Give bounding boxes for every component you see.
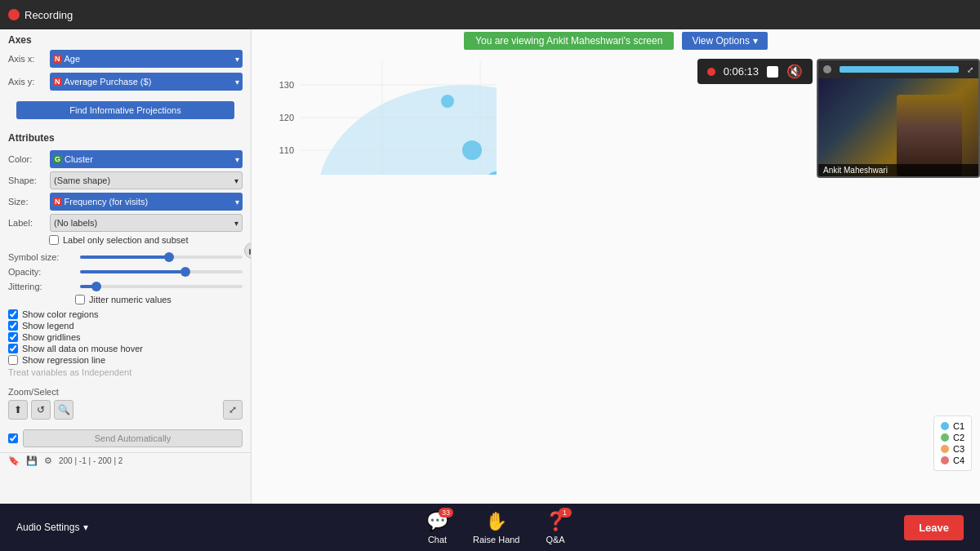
view-options-label: View Options xyxy=(692,35,749,47)
legend-label-c2: C2 xyxy=(953,433,964,442)
n-badge-size: N xyxy=(53,198,62,206)
treat-variables-label: Treat variables as Independent xyxy=(8,366,243,379)
opacity-row: Opacity: xyxy=(8,264,243,279)
main-area: Axes Axis x: N Age ▾ Axis y: N Average P… xyxy=(0,29,980,504)
search-tool-button[interactable]: 🔍 xyxy=(54,400,74,420)
axis-y-value: Average Purchase ($) xyxy=(65,77,152,87)
top-bar: Recording xyxy=(0,0,980,29)
zoom-tools: ⬆ ↺ 🔍 ⤢ xyxy=(8,400,243,420)
view-options-button[interactable]: View Options ▾ xyxy=(682,32,767,50)
show-gridlines-label: Show gridlines xyxy=(22,332,81,342)
show-all-data-checkbox[interactable] xyxy=(8,344,18,353)
raise-hand-icon: ✋ xyxy=(485,511,507,532)
expand-video-icon[interactable]: ⤢ xyxy=(967,65,973,74)
show-legend-label: Show legend xyxy=(22,321,74,331)
color-value: Cluster xyxy=(65,154,93,164)
color-row: Color: G Cluster ▾ xyxy=(8,149,243,170)
show-all-data-label: Show all data on mouse hover xyxy=(22,344,143,353)
find-projections-button[interactable]: Find Informative Projections xyxy=(16,101,234,119)
axis-x-select[interactable]: N Age ▾ xyxy=(50,50,243,68)
label-row: Label: (No labels) ▾ xyxy=(8,212,243,233)
svg-point-42 xyxy=(462,140,482,160)
recording-stop-button[interactable] xyxy=(767,66,778,78)
center-controls: 💬 33 Chat ✋ Raise Hand ❓ 1 Q&A xyxy=(426,511,566,544)
shape-select[interactable]: (Same shape) ▾ xyxy=(50,171,243,189)
size-value: Frequency (for visits) xyxy=(65,197,149,207)
legend-item-c3: C3 xyxy=(941,444,964,454)
svg-text:130: 130 xyxy=(279,80,294,90)
options-section: Show color regions Show legend Show grid… xyxy=(0,305,251,382)
label-select[interactable]: (No labels) ▾ xyxy=(50,214,243,232)
expand-tool-button[interactable]: ⤢ xyxy=(223,400,243,420)
status-icon-2: 💾 xyxy=(26,455,38,466)
jittering-label: Jittering: xyxy=(8,282,74,291)
label-only-row: Label only selection and subset xyxy=(8,233,243,247)
chart-area: You are viewing Ankit Maheshwari's scree… xyxy=(252,29,980,504)
recording-indicator xyxy=(8,9,20,20)
svg-text:110: 110 xyxy=(279,145,294,155)
size-arrow-icon: ▾ xyxy=(235,198,239,207)
shape-label: Shape: xyxy=(8,176,45,185)
video-overlay: ⤢ Ankit Maheshwari xyxy=(817,59,980,178)
legend-dot-c4 xyxy=(941,456,949,464)
leave-button[interactable]: Leave xyxy=(904,515,964,540)
color-arrow-icon: ▾ xyxy=(235,155,239,164)
show-gridlines-checkbox[interactable] xyxy=(8,332,18,342)
microphone-icon[interactable]: 🔇 xyxy=(786,64,803,79)
svg-text:120: 120 xyxy=(279,113,294,122)
jitter-checkbox[interactable] xyxy=(75,295,85,304)
show-color-regions-checkbox[interactable] xyxy=(8,309,18,319)
cursor-tool-button[interactable]: ⬆ xyxy=(8,400,28,420)
jitter-check-row: Jitter numeric values xyxy=(8,294,243,305)
axis-x-value: Age xyxy=(65,54,81,64)
symbol-size-label: Symbol size: xyxy=(8,252,74,262)
show-legend-checkbox[interactable] xyxy=(8,321,18,331)
audio-settings-button[interactable]: Audio Settings ▾ xyxy=(16,522,88,533)
show-gridlines-row: Show gridlines xyxy=(8,331,243,343)
show-color-regions-label: Show color regions xyxy=(22,309,99,319)
opacity-slider[interactable] xyxy=(80,270,243,273)
send-row: Send Automatically xyxy=(0,424,251,452)
axis-y-arrow-icon: ▾ xyxy=(235,78,239,87)
raise-hand-button[interactable]: ✋ Raise Hand xyxy=(473,511,519,544)
size-select[interactable]: N Frequency (for visits) ▾ xyxy=(50,193,243,211)
n-badge-x: N xyxy=(53,55,62,63)
g-badge-color: G xyxy=(53,155,62,163)
label-attr-label: Label: xyxy=(8,218,45,228)
show-regression-checkbox[interactable] xyxy=(8,355,18,365)
send-auto-checkbox[interactable] xyxy=(8,433,18,443)
axis-y-select[interactable]: N Average Purchase ($) ▾ xyxy=(50,73,243,91)
label-only-label: Label only selection and subset xyxy=(63,235,189,245)
recording-label: Recording xyxy=(24,9,73,21)
label-only-checkbox[interactable] xyxy=(49,235,59,245)
qa-button[interactable]: ❓ 1 Q&A xyxy=(545,511,567,544)
axis-y-label: Axis y: xyxy=(8,77,45,87)
axis-x-arrow-icon: ▾ xyxy=(235,55,239,64)
jittering-slider[interactable] xyxy=(80,285,243,288)
qa-label: Q&A xyxy=(546,535,564,544)
shape-arrow-icon: ▾ xyxy=(234,176,238,185)
status-icon-3: ⚙ xyxy=(44,455,52,466)
label-arrow-icon: ▾ xyxy=(234,219,238,228)
chat-badge: 33 xyxy=(439,508,453,518)
shape-row: Shape: (Same shape) ▾ xyxy=(8,170,243,191)
raise-hand-label: Raise Hand xyxy=(473,535,519,544)
color-select[interactable]: G Cluster ▾ xyxy=(50,150,243,168)
legend-label-c1: C1 xyxy=(953,421,964,431)
chat-button[interactable]: 💬 33 Chat xyxy=(426,511,448,544)
symbol-size-slider[interactable] xyxy=(80,256,243,259)
axis-x-label: Axis x: xyxy=(8,54,45,64)
n-badge-y: N xyxy=(53,78,62,86)
video-minimize-button[interactable] xyxy=(823,65,831,73)
chat-label: Chat xyxy=(428,535,447,544)
axes-section-title: Axes xyxy=(0,29,251,47)
legend-item-c2: C2 xyxy=(941,433,964,442)
legend-dot-c1 xyxy=(941,422,949,430)
show-regression-row: Show regression line xyxy=(8,354,243,366)
zoom-section: Zoom/Select ⬆ ↺ 🔍 ⤢ xyxy=(0,382,251,424)
rotate-tool-button[interactable]: ↺ xyxy=(31,400,51,420)
bottom-bar: Audio Settings ▾ 💬 33 Chat ✋ Raise Hand … xyxy=(0,504,980,551)
legend-item-c4: C4 xyxy=(941,455,964,465)
video-person-name: Ankit Maheshwari xyxy=(818,164,978,176)
viewing-badge: You are viewing Ankit Maheshwari's scree… xyxy=(464,32,674,50)
